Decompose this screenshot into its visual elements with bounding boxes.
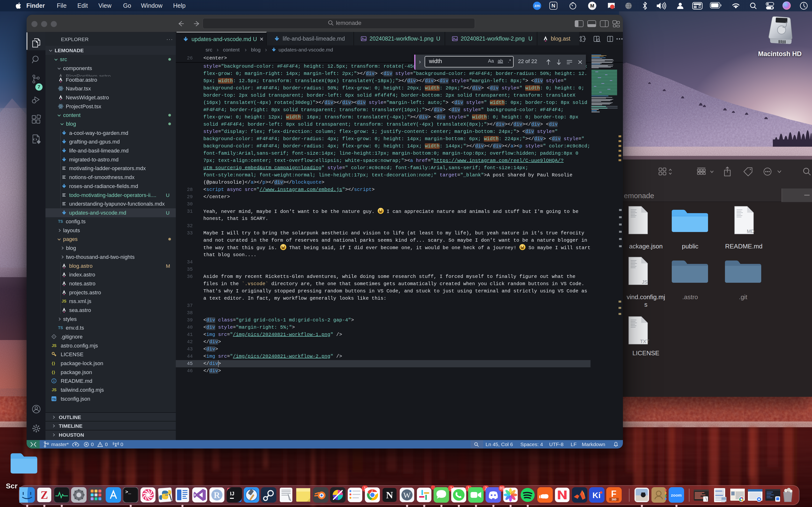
svg-text:F: F [611,489,616,499]
svg-text:>_: >_ [125,489,131,495]
svg-text:IJ: IJ [230,491,234,497]
svg-text:Z: Z [41,489,48,501]
svg-text:zoom: zoom [671,493,682,498]
svg-text:JS: JS [642,279,647,285]
svg-text:N: N [386,490,393,501]
svg-text:MD: MD [747,229,754,234]
svg-text:TXT: TXT [640,339,649,344]
svg-text:R: R [214,490,220,500]
svg-text:W: W [403,491,411,500]
svg-text:360: 360 [612,498,616,501]
svg-text:Ki: Ki [593,491,601,500]
